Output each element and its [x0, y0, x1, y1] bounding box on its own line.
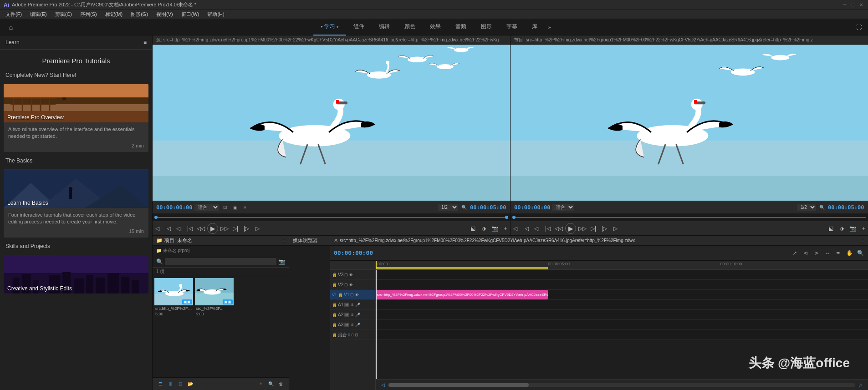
track-v2-eye[interactable]: 👁 — [349, 283, 353, 287]
tab-effects[interactable]: 效果 — [423, 19, 448, 35]
menu-marker[interactable]: 标记(M) — [102, 10, 127, 19]
tl-zoom-tool[interactable]: 🔍 — [856, 249, 864, 257]
home-icon[interactable]: ⌂ — [4, 20, 18, 35]
find-btn[interactable]: 🔍 — [267, 380, 275, 388]
search-input[interactable] — [165, 258, 276, 265]
track-v1-lock[interactable]: 🔒 — [338, 293, 343, 297]
tab-captions[interactable]: 字幕 — [499, 19, 525, 35]
program-add-btn[interactable]: + — [859, 224, 868, 233]
program-ratio-select[interactable]: 1/2 — [797, 204, 816, 211]
source-add-btn[interactable]: + — [501, 224, 510, 233]
minimize-button[interactable]: ─ — [842, 2, 848, 8]
program-scrub-handle[interactable] — [512, 216, 516, 219]
card-overview[interactable]: Premiere Pro Overview A two-minute overv… — [4, 84, 148, 152]
track-a1-lock[interactable]: 🔒 — [332, 303, 337, 307]
track-mix-lock[interactable]: 🔒 — [332, 333, 337, 337]
timeline-menu[interactable]: ≡ — [862, 238, 864, 243]
track-a2-m[interactable]: M — [344, 313, 349, 317]
source-zoom[interactable]: 🔍 — [460, 203, 468, 212]
source-step-back[interactable]: |◁ — [163, 224, 173, 233]
program-insert[interactable]: ⬕ — [826, 224, 835, 233]
menu-edit[interactable]: 编辑(E) — [26, 10, 51, 19]
program-shuttle-right[interactable]: ▷▷ — [578, 224, 587, 233]
program-goto-out[interactable]: ▷| — [589, 224, 598, 233]
tab-library[interactable]: 库 — [525, 19, 545, 35]
tl-slip-tool[interactable]: ⊳ — [812, 249, 821, 257]
program-export-frame-btn[interactable]: 📷 — [848, 224, 857, 233]
tl-end-btn[interactable]: ▷ — [857, 381, 864, 389]
free-transform-btn[interactable]: ⊡ — [176, 380, 184, 388]
source-mark-in[interactable]: ◁ — [153, 224, 162, 233]
tl-track-area[interactable]: src=http_%2F%2Fimg.zdwx.net%2Fgroup1%2FM… — [376, 270, 868, 379]
source-ratio-select[interactable]: 1/2 Full — [438, 204, 458, 211]
media-item-2[interactable]: ▣▣ src_%2F%2F... 5:00 — [195, 278, 234, 375]
tab-edit[interactable]: 编辑 — [372, 19, 397, 35]
program-next-frame[interactable]: |▷ — [600, 224, 609, 233]
tl-content-v1[interactable]: src=http_%2F%2Fimg.zdwx.net%2Fgroup1%2FM… — [376, 290, 868, 299]
tl-fit-btn[interactable]: ◁ — [379, 381, 387, 389]
menu-clip[interactable]: 剪辑(C) — [51, 10, 76, 19]
track-v1-active[interactable]: V1 — [332, 293, 337, 297]
track-a3-lock[interactable]: 🔒 — [332, 323, 337, 327]
tab-component[interactable]: 组件 — [346, 19, 372, 35]
program-mark-in[interactable]: ◁ — [511, 224, 520, 233]
track-v2-lock[interactable]: 🔒 — [332, 283, 337, 287]
program-play-button[interactable]: ▶ — [565, 223, 576, 234]
track-a3-m[interactable]: M — [344, 323, 349, 327]
timeline-close[interactable]: ✕ — [334, 238, 338, 243]
tab-audio[interactable]: 音频 — [448, 19, 474, 35]
tl-scroll-bar[interactable] — [388, 383, 855, 387]
track-a2-lock[interactable]: 🔒 — [332, 313, 337, 317]
source-safe-margins[interactable]: ⊡ — [221, 203, 229, 212]
view-icon-btn[interactable]: ⊞ — [166, 380, 174, 388]
menu-help[interactable]: 帮助(H) — [204, 10, 228, 19]
source-shuttle-right[interactable]: ▷▷ — [220, 224, 229, 233]
program-mark-out[interactable]: ▷ — [611, 224, 620, 233]
import-icon[interactable]: 📷 — [278, 258, 285, 265]
track-v1-sync[interactable]: ⊡ — [350, 293, 354, 297]
menu-sequence[interactable]: 序列(S) — [77, 10, 101, 19]
source-shuttle-left[interactable]: ◁◁ — [196, 224, 205, 233]
more-tabs-button[interactable]: » — [545, 23, 555, 32]
track-a1-s[interactable]: S — [350, 303, 354, 307]
track-a2-s[interactable]: S — [350, 313, 354, 317]
card-basics[interactable]: Learn the Basics Four interactive tutori… — [4, 169, 148, 238]
menu-window[interactable]: 窗口(W) — [178, 10, 203, 19]
source-next-frame[interactable]: |▷ — [242, 224, 251, 233]
source-play-button[interactable]: ▶ — [207, 223, 218, 234]
new-item-btn[interactable]: + — [257, 380, 265, 388]
program-scrub-area[interactable] — [511, 213, 868, 221]
tl-hand-tool[interactable]: ✋ — [845, 249, 853, 257]
source-scrub-handle[interactable] — [154, 216, 158, 219]
track-v1-eye[interactable]: 👁 — [355, 293, 359, 297]
source-export-frame[interactable]: ▣ — [231, 203, 239, 212]
source-video[interactable] — [153, 45, 510, 201]
tl-v1-clip[interactable]: src=http_%2F%2Fimg.zdwx.net%2Fgroup1%2FM… — [376, 290, 548, 299]
card-stylistic[interactable]: Creative and Stylistic Edits — [4, 255, 148, 294]
source-overwrite[interactable]: ⬗ — [479, 224, 488, 233]
tab-color[interactable]: 颜色 — [397, 19, 423, 35]
program-goto-in[interactable]: |◁ — [543, 224, 552, 233]
source-export-frame-btn[interactable]: 📷 — [490, 224, 499, 233]
program-zoom[interactable]: 🔍 — [818, 203, 826, 212]
track-v3-eye[interactable]: 👁 — [349, 273, 353, 277]
project-panel-menu[interactable]: ≡ — [282, 238, 285, 243]
track-v3-lock[interactable]: 🔒 — [332, 273, 337, 277]
source-prev-frame[interactable]: ◁| — [174, 224, 184, 233]
source-insert[interactable]: ⬕ — [468, 224, 477, 233]
program-overwrite[interactable]: ⬗ — [837, 224, 846, 233]
track-a1-m[interactable]: M — [344, 303, 349, 307]
source-fit-select[interactable]: 适合 25% 50% 100% — [194, 204, 219, 211]
tl-selection-tool[interactable]: ↗ — [791, 249, 799, 257]
source-goto-out[interactable]: ▷| — [231, 224, 240, 233]
clear-btn[interactable]: 🗑 — [277, 380, 285, 388]
tab-graphics[interactable]: 图形 — [474, 19, 499, 35]
media-item-1[interactable]: ▣▣ src:http_%2F%2Fimg... 5:00 — [154, 278, 193, 375]
track-v2-sync[interactable]: ⊡ — [344, 283, 348, 287]
close-button[interactable]: ✕ — [858, 2, 864, 8]
source-settings[interactable]: » — [241, 203, 249, 212]
program-video[interactable] — [511, 45, 868, 201]
program-prev-frame[interactable]: ◁| — [532, 224, 541, 233]
view-list-btn[interactable]: ☰ — [156, 380, 164, 388]
track-v3-sync[interactable]: ⊡ — [344, 273, 348, 277]
